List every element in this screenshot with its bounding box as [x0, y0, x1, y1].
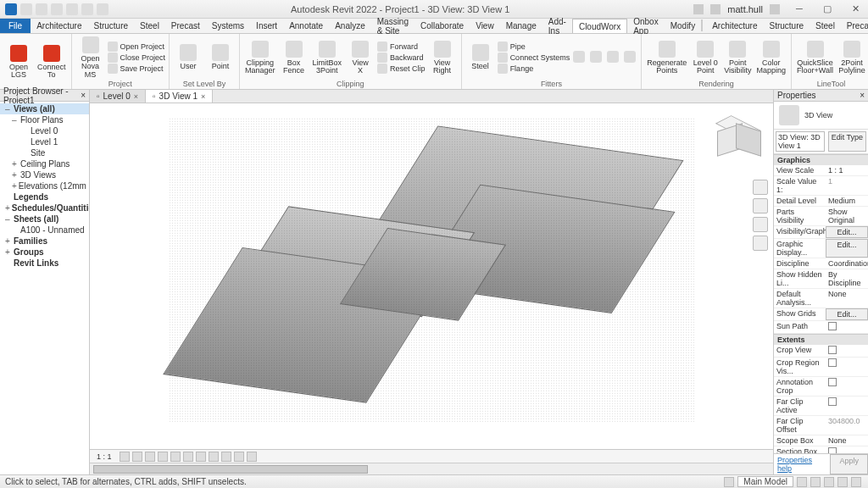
limitbox-button[interactable]: LimitBox3Point: [311, 36, 344, 79]
steel-button[interactable]: Steel: [465, 36, 496, 79]
ribbon-tab-annotate[interactable]: Annotate: [283, 19, 329, 33]
tree-node[interactable]: Revit Links: [0, 258, 89, 269]
prop-value[interactable]: [826, 345, 868, 357]
reveal-icon[interactable]: [234, 452, 244, 462]
properties-close-icon[interactable]: ×: [860, 91, 865, 100]
prop-value[interactable]: None: [826, 289, 868, 308]
ribbon-tab-analyze[interactable]: Analyze: [329, 19, 371, 33]
point-lvl-button[interactable]: Point: [205, 36, 236, 79]
close-project-button[interactable]: Close Project: [108, 53, 166, 63]
apply-button[interactable]: Apply: [830, 454, 868, 474]
prop-value[interactable]: Coordination: [826, 258, 868, 269]
open-lgs-button[interactable]: OpenLGS: [3, 41, 34, 83]
ribbon-tab-onbox-app[interactable]: Onbox App: [627, 19, 664, 33]
nav-orbit-icon[interactable]: [753, 236, 768, 251]
prop-value[interactable]: [826, 377, 868, 396]
h-scrollbar[interactable]: [90, 463, 773, 474]
main-model-chip[interactable]: Main Model: [737, 476, 793, 487]
tree-node[interactable]: –Sheets (all): [0, 214, 89, 225]
connect-to-button[interactable]: ConnectTo: [36, 41, 68, 83]
status-link-icon[interactable]: [837, 477, 848, 487]
ribbon-tab-view[interactable]: View: [470, 19, 500, 33]
prop-group-header[interactable]: Extents: [774, 334, 868, 345]
nav-pan-icon[interactable]: [753, 198, 768, 214]
open-project-button[interactable]: Open Project: [108, 42, 166, 52]
box-fence-button[interactable]: BoxFence: [279, 36, 309, 79]
regen-button[interactable]: RegeneratePoints: [645, 36, 688, 79]
project-tree[interactable]: –Views (all)–Floor PlansLevel 0Level 1Si…: [0, 102, 89, 474]
user-icon[interactable]: [710, 4, 721, 14]
tree-twisty-icon[interactable]: +: [12, 181, 17, 191]
tree-node[interactable]: Level 0: [0, 125, 89, 136]
qat-print-icon[interactable]: [81, 3, 93, 15]
tree-twisty-icon[interactable]: +: [5, 236, 12, 246]
tree-twisty-icon[interactable]: +: [12, 159, 19, 169]
misc-icon[interactable]: [622, 36, 637, 79]
ribbon-tab-precast[interactable]: Precast: [165, 19, 206, 33]
tree-node[interactable]: –Views (all): [0, 103, 89, 114]
help-icon[interactable]: [770, 4, 780, 14]
nav-zoom-icon[interactable]: [753, 217, 768, 232]
view-tab-close-icon[interactable]: ×: [201, 92, 205, 101]
clip-mgr-button[interactable]: ClippingManager: [243, 36, 277, 79]
prop-value[interactable]: 1 : 1: [826, 165, 868, 175]
tree-node[interactable]: +Elevations (12mm Circle): [0, 180, 89, 191]
worksets-icon[interactable]: [247, 452, 257, 462]
rendering-icon[interactable]: [170, 452, 181, 462]
tree-twisty-icon[interactable]: +: [12, 170, 19, 180]
connect-systems-button[interactable]: Connect Systems: [498, 53, 570, 63]
qat-redo-icon[interactable]: [66, 3, 78, 15]
shadows-icon[interactable]: [158, 452, 168, 462]
prop-group-header[interactable]: Graphics: [774, 154, 868, 165]
edit-type-button[interactable]: Edit Type: [828, 131, 866, 152]
ribbon-tab-massing-site[interactable]: Massing & Site: [371, 19, 415, 33]
status-workset-icon[interactable]: [724, 477, 734, 487]
crop-region-icon[interactable]: [196, 452, 206, 462]
ribbon-tab-architecture[interactable]: Architecture: [31, 19, 87, 33]
tree-node[interactable]: +Groups: [0, 247, 89, 258]
tree-node[interactable]: –Floor Plans: [0, 114, 89, 125]
user-button[interactable]: User: [173, 36, 203, 79]
checkbox[interactable]: [828, 358, 837, 367]
ribbon-tab-collaborate[interactable]: Collaborate: [415, 19, 470, 33]
prop-value[interactable]: None: [826, 435, 868, 446]
canvas-3d[interactable]: [90, 103, 773, 449]
tree-twisty-icon[interactable]: +: [5, 247, 12, 257]
tree-node[interactable]: +3D Views: [0, 169, 89, 180]
crop-icon[interactable]: [183, 452, 193, 462]
polyline-button[interactable]: 2PointPolyline: [837, 36, 867, 79]
prop-value[interactable]: [826, 396, 868, 415]
detail-level-icon[interactable]: [120, 452, 130, 462]
prop-value[interactable]: Medium: [826, 196, 868, 206]
misc-icon[interactable]: [588, 36, 604, 79]
checkbox[interactable]: [828, 447, 837, 453]
nav-wheel-icon[interactable]: [753, 180, 768, 195]
tree-node[interactable]: A100 - Unnamed: [0, 225, 89, 236]
ribbon-tab-structure[interactable]: Structure: [87, 19, 134, 33]
status-filter-icon[interactable]: [810, 477, 821, 487]
qat-undo-icon[interactable]: [51, 3, 63, 15]
search-box[interactable]: [701, 19, 703, 31]
ribbon-tab-structure[interactable]: Structure: [763, 19, 810, 33]
tree-twisty-icon[interactable]: –: [5, 214, 12, 224]
tree-twisty-icon[interactable]: –: [5, 104, 12, 114]
checkbox[interactable]: [828, 378, 837, 386]
ribbon-tab-steel[interactable]: Steel: [134, 19, 165, 33]
prop-value[interactable]: Edit...: [826, 226, 868, 238]
checkbox[interactable]: [828, 346, 837, 354]
app-icon[interactable]: [5, 3, 17, 15]
prop-value[interactable]: Edit...: [826, 308, 868, 320]
colormap-button[interactable]: ColorMapping: [755, 36, 788, 79]
view-cube[interactable]: [712, 117, 760, 164]
view-right-button[interactable]: ViewRight: [427, 36, 458, 79]
ribbon-tab-add-ins[interactable]: Add-Ins: [542, 19, 572, 33]
backward-button[interactable]: Backward: [377, 53, 426, 63]
project-browser-close-icon[interactable]: ×: [81, 91, 86, 100]
tree-node[interactable]: +Schedules/Quantities (all): [0, 202, 89, 214]
view-x-button[interactable]: ViewX: [345, 36, 376, 79]
level0-button[interactable]: Level 0Point: [690, 36, 721, 79]
view-tab[interactable]: ▫3D View 1×: [146, 90, 213, 103]
reset-clip-button[interactable]: Reset Clip: [377, 64, 426, 74]
prop-value[interactable]: [826, 446, 868, 453]
ribbon-tab-cloudworx[interactable]: CloudWorx: [572, 19, 627, 33]
